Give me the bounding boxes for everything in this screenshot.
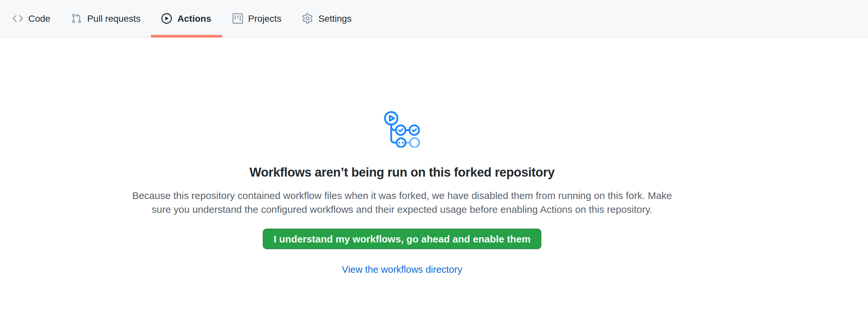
description-line: Because this repository contained workfl… [132,188,672,202]
view-workflows-directory-link[interactable]: View the workflows directory [342,264,462,274]
gear-icon [303,13,313,24]
tab-label: Projects [248,14,282,23]
actions-workflow-graph-icon [383,111,421,148]
pull-request-icon [71,13,82,24]
code-icon [12,13,23,24]
tab-pull-requests[interactable]: Pull requests [61,0,151,37]
tab-actions[interactable]: Actions [151,0,222,37]
tab-label: Code [28,14,51,23]
project-board-icon [232,13,243,24]
play-circle-icon [162,13,172,24]
repo-tab-nav: Code Pull requests Actions Projects [0,0,868,37]
actions-disabled-blankslate: Workflows aren’t being run on this forke… [0,37,804,274]
blankslate-description: Because this repository contained workfl… [132,188,672,216]
tab-code[interactable]: Code [2,0,61,37]
tab-settings[interactable]: Settings [292,0,362,37]
enable-workflows-button[interactable]: I understand my workflows, go ahead and … [263,228,541,249]
active-tab-underline [151,35,222,37]
description-line: sure you understand the configured workf… [132,202,672,216]
main-content: Workflows aren’t being run on this forke… [0,37,804,274]
page-title: Workflows aren’t being run on this forke… [250,165,555,181]
tab-label: Settings [318,14,352,23]
tab-label: Actions [178,14,211,23]
page: Code Pull requests Actions Projects [0,0,868,311]
tab-label: Pull requests [87,14,141,23]
tab-projects[interactable]: Projects [222,0,292,37]
